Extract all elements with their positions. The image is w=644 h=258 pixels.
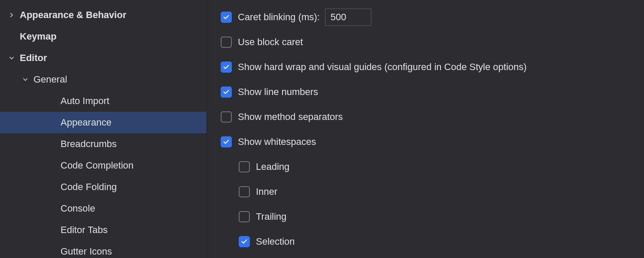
checkbox-ws-inner[interactable] bbox=[239, 186, 250, 197]
tree-item-keymap[interactable]: Keymap bbox=[0, 26, 207, 47]
tree-item-label: Appearance & Behavior bbox=[20, 9, 126, 21]
tree-item-label: Console bbox=[61, 203, 95, 214]
checkbox-use-block-caret[interactable] bbox=[221, 37, 232, 48]
tree-item-appearance-behavior[interactable]: Appearance & Behavior bbox=[0, 4, 207, 26]
tree-item-label: Keymap bbox=[20, 31, 57, 42]
setting-row-ws-leading: Leading bbox=[239, 158, 631, 175]
setting-label: Show method separators bbox=[238, 111, 343, 123]
settings-tree-sidebar: Appearance & BehaviorKeymapEditorGeneral… bbox=[0, 0, 207, 258]
caret-blinking-input[interactable] bbox=[325, 9, 371, 26]
setting-label: Selection bbox=[256, 236, 295, 247]
tree-item-auto-import[interactable]: Auto Import bbox=[0, 90, 207, 112]
checkbox-caret-blinking[interactable] bbox=[221, 12, 232, 23]
tree-item-label: General bbox=[33, 74, 67, 85]
settings-content: Caret blinking (ms):Use block caretShow … bbox=[207, 0, 644, 258]
tree-item-general[interactable]: General bbox=[0, 69, 207, 90]
tree-item-editor[interactable]: Editor bbox=[0, 47, 207, 69]
setting-label: Trailing bbox=[256, 211, 286, 222]
tree-item-breadcrumbs[interactable]: Breadcrumbs bbox=[0, 133, 207, 155]
setting-row-use-block-caret: Use block caret bbox=[221, 34, 631, 51]
tree-item-console[interactable]: Console bbox=[0, 198, 207, 219]
checkbox-show-whitespaces[interactable] bbox=[221, 136, 232, 147]
checkbox-show-line-numbers[interactable] bbox=[221, 86, 232, 98]
checkbox-ws-trailing[interactable] bbox=[239, 211, 250, 222]
setting-row-show-whitespaces: Show whitespaces bbox=[221, 133, 631, 150]
tree-item-label: Editor Tabs bbox=[61, 224, 108, 236]
setting-row-show-line-numbers: Show line numbers bbox=[221, 83, 631, 101]
chevron-down-icon bbox=[21, 76, 29, 83]
setting-label: Inner bbox=[256, 186, 277, 197]
setting-row-ws-trailing: Trailing bbox=[239, 208, 631, 225]
chevron-right-icon bbox=[8, 11, 15, 19]
chevron-down-icon bbox=[8, 54, 15, 62]
setting-row-caret-blinking: Caret blinking (ms): bbox=[221, 9, 631, 26]
tree-item-gutter-icons[interactable]: Gutter Icons bbox=[0, 241, 207, 258]
tree-item-editor-tabs[interactable]: Editor Tabs bbox=[0, 219, 207, 241]
tree-item-label: Appearance bbox=[61, 117, 112, 128]
tree-item-code-completion[interactable]: Code Completion bbox=[0, 155, 207, 176]
tree-item-label: Editor bbox=[20, 52, 47, 64]
tree-item-code-folding[interactable]: Code Folding bbox=[0, 176, 207, 198]
tree-item-label: Breadcrumbs bbox=[61, 138, 117, 150]
setting-row-show-hard-wrap: Show hard wrap and visual guides (config… bbox=[221, 58, 631, 76]
setting-row-ws-inner: Inner bbox=[239, 183, 631, 200]
tree-item-label: Code Folding bbox=[61, 181, 117, 193]
setting-row-ws-selection: Selection bbox=[239, 233, 631, 250]
setting-label: Use block caret bbox=[238, 37, 303, 48]
tree-item-label: Gutter Icons bbox=[61, 246, 112, 257]
setting-label: Caret blinking (ms): bbox=[238, 12, 320, 23]
tree-item-label: Code Completion bbox=[61, 160, 134, 171]
setting-label: Show line numbers bbox=[238, 86, 318, 98]
checkbox-show-method-separators[interactable] bbox=[221, 111, 232, 123]
setting-label: Show whitespaces bbox=[238, 136, 316, 147]
tree-item-appearance[interactable]: Appearance bbox=[0, 112, 207, 133]
setting-row-show-method-separators: Show method separators bbox=[221, 108, 631, 126]
setting-label: Show hard wrap and visual guides (config… bbox=[238, 61, 527, 73]
checkbox-ws-leading[interactable] bbox=[239, 161, 250, 172]
setting-label: Leading bbox=[256, 161, 289, 172]
tree-item-label: Auto Import bbox=[61, 95, 109, 107]
checkbox-show-hard-wrap[interactable] bbox=[221, 61, 232, 73]
checkbox-ws-selection[interactable] bbox=[239, 236, 250, 247]
